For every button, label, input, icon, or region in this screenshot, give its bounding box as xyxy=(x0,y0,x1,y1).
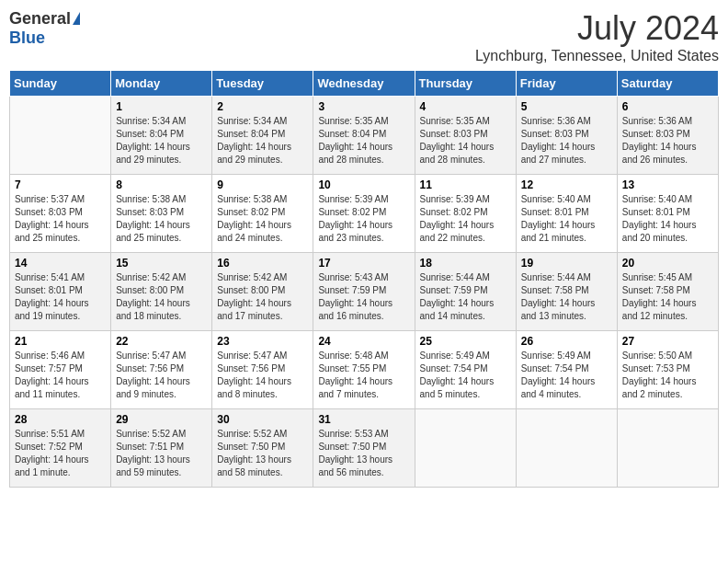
weekday-header: Sunday xyxy=(10,71,111,97)
day-number: 10 xyxy=(318,178,409,191)
day-info: Sunrise: 5:39 AM Sunset: 8:02 PM Dayligh… xyxy=(318,193,409,245)
day-number: 28 xyxy=(15,413,106,426)
day-info: Sunrise: 5:36 AM Sunset: 8:03 PM Dayligh… xyxy=(521,115,612,167)
calendar-cell: 13Sunrise: 5:40 AM Sunset: 8:01 PM Dayli… xyxy=(617,175,718,253)
calendar-week-row: 21Sunrise: 5:46 AM Sunset: 7:57 PM Dayli… xyxy=(10,331,719,409)
day-number: 1 xyxy=(116,100,207,113)
calendar-cell: 18Sunrise: 5:44 AM Sunset: 7:59 PM Dayli… xyxy=(415,253,516,331)
day-number: 20 xyxy=(622,257,713,270)
day-info: Sunrise: 5:47 AM Sunset: 7:56 PM Dayligh… xyxy=(217,350,308,401)
title-area: July 2024 Lynchburg, Tennessee, United S… xyxy=(475,9,719,64)
day-number: 26 xyxy=(521,335,612,348)
day-info: Sunrise: 5:50 AM Sunset: 7:53 PM Dayligh… xyxy=(622,350,713,401)
day-info: Sunrise: 5:42 AM Sunset: 8:00 PM Dayligh… xyxy=(217,271,308,323)
day-number: 12 xyxy=(521,178,612,191)
weekday-header: Wednesday xyxy=(313,71,415,97)
calendar-cell: 9Sunrise: 5:38 AM Sunset: 8:02 PM Daylig… xyxy=(212,175,313,253)
day-number: 3 xyxy=(318,100,409,113)
day-info: Sunrise: 5:41 AM Sunset: 8:01 PM Dayligh… xyxy=(15,271,106,323)
calendar-cell xyxy=(10,97,111,175)
day-info: Sunrise: 5:37 AM Sunset: 8:03 PM Dayligh… xyxy=(15,193,106,245)
logo-blue-text: Blue xyxy=(9,29,45,48)
weekday-header: Saturday xyxy=(617,71,718,97)
calendar-cell: 15Sunrise: 5:42 AM Sunset: 8:00 PM Dayli… xyxy=(111,253,212,331)
day-number: 15 xyxy=(116,257,207,270)
calendar-cell: 26Sunrise: 5:49 AM Sunset: 7:54 PM Dayli… xyxy=(516,331,617,409)
day-info: Sunrise: 5:34 AM Sunset: 8:04 PM Dayligh… xyxy=(217,115,308,167)
calendar-cell: 12Sunrise: 5:40 AM Sunset: 8:01 PM Dayli… xyxy=(516,175,617,253)
calendar-cell: 8Sunrise: 5:38 AM Sunset: 8:03 PM Daylig… xyxy=(111,175,212,253)
calendar-cell: 24Sunrise: 5:48 AM Sunset: 7:55 PM Dayli… xyxy=(313,331,415,409)
day-info: Sunrise: 5:38 AM Sunset: 8:03 PM Dayligh… xyxy=(116,193,207,245)
calendar-week-row: 14Sunrise: 5:41 AM Sunset: 8:01 PM Dayli… xyxy=(10,253,719,331)
calendar-cell: 10Sunrise: 5:39 AM Sunset: 8:02 PM Dayli… xyxy=(313,175,415,253)
logo-triangle-icon xyxy=(73,12,80,25)
day-info: Sunrise: 5:35 AM Sunset: 8:04 PM Dayligh… xyxy=(318,115,409,167)
calendar-cell: 20Sunrise: 5:45 AM Sunset: 7:58 PM Dayli… xyxy=(617,253,718,331)
day-info: Sunrise: 5:44 AM Sunset: 7:59 PM Dayligh… xyxy=(420,271,511,323)
day-number: 13 xyxy=(622,178,713,191)
day-number: 4 xyxy=(420,100,511,113)
calendar-cell: 17Sunrise: 5:43 AM Sunset: 7:59 PM Dayli… xyxy=(313,253,415,331)
calendar-cell: 11Sunrise: 5:39 AM Sunset: 8:02 PM Dayli… xyxy=(415,175,516,253)
calendar-cell: 5Sunrise: 5:36 AM Sunset: 8:03 PM Daylig… xyxy=(516,97,617,175)
day-number: 30 xyxy=(217,413,308,426)
day-number: 9 xyxy=(217,178,308,191)
calendar-cell: 29Sunrise: 5:52 AM Sunset: 7:51 PM Dayli… xyxy=(111,409,212,488)
calendar-cell: 31Sunrise: 5:53 AM Sunset: 7:50 PM Dayli… xyxy=(313,409,415,488)
weekday-header: Tuesday xyxy=(212,71,313,97)
day-number: 29 xyxy=(116,413,207,426)
calendar-cell: 3Sunrise: 5:35 AM Sunset: 8:04 PM Daylig… xyxy=(313,97,415,175)
day-number: 19 xyxy=(521,257,612,270)
day-info: Sunrise: 5:49 AM Sunset: 7:54 PM Dayligh… xyxy=(521,350,612,401)
calendar-cell: 7Sunrise: 5:37 AM Sunset: 8:03 PM Daylig… xyxy=(10,175,111,253)
day-number: 14 xyxy=(15,257,106,270)
calendar-cell: 23Sunrise: 5:47 AM Sunset: 7:56 PM Dayli… xyxy=(212,331,313,409)
day-info: Sunrise: 5:42 AM Sunset: 8:00 PM Dayligh… xyxy=(116,271,207,323)
day-number: 11 xyxy=(420,178,511,191)
calendar-cell xyxy=(415,409,516,488)
day-number: 18 xyxy=(420,257,511,270)
day-number: 22 xyxy=(116,335,207,348)
day-number: 6 xyxy=(622,100,713,113)
day-info: Sunrise: 5:47 AM Sunset: 7:56 PM Dayligh… xyxy=(116,350,207,401)
logo-general-text: General xyxy=(9,9,71,29)
day-info: Sunrise: 5:52 AM Sunset: 7:51 PM Dayligh… xyxy=(116,428,207,479)
day-info: Sunrise: 5:38 AM Sunset: 8:02 PM Dayligh… xyxy=(217,193,308,245)
calendar-header-row: SundayMondayTuesdayWednesdayThursdayFrid… xyxy=(10,71,719,97)
day-info: Sunrise: 5:39 AM Sunset: 8:02 PM Dayligh… xyxy=(420,193,511,245)
calendar-cell: 27Sunrise: 5:50 AM Sunset: 7:53 PM Dayli… xyxy=(617,331,718,409)
weekday-header: Thursday xyxy=(415,71,516,97)
day-number: 17 xyxy=(318,257,409,270)
calendar-cell: 16Sunrise: 5:42 AM Sunset: 8:00 PM Dayli… xyxy=(212,253,313,331)
day-number: 25 xyxy=(420,335,511,348)
day-info: Sunrise: 5:35 AM Sunset: 8:03 PM Dayligh… xyxy=(420,115,511,167)
day-info: Sunrise: 5:40 AM Sunset: 8:01 PM Dayligh… xyxy=(521,193,612,245)
day-number: 23 xyxy=(217,335,308,348)
calendar-cell: 21Sunrise: 5:46 AM Sunset: 7:57 PM Dayli… xyxy=(10,331,111,409)
day-number: 24 xyxy=(318,335,409,348)
day-info: Sunrise: 5:40 AM Sunset: 8:01 PM Dayligh… xyxy=(622,193,713,245)
calendar-week-row: 7Sunrise: 5:37 AM Sunset: 8:03 PM Daylig… xyxy=(10,175,719,253)
header: General Blue July 2024 Lynchburg, Tennes… xyxy=(9,9,719,64)
day-number: 7 xyxy=(15,178,106,191)
calendar-cell: 1Sunrise: 5:34 AM Sunset: 8:04 PM Daylig… xyxy=(111,97,212,175)
calendar-cell: 30Sunrise: 5:52 AM Sunset: 7:50 PM Dayli… xyxy=(212,409,313,488)
calendar-cell: 28Sunrise: 5:51 AM Sunset: 7:52 PM Dayli… xyxy=(10,409,111,488)
day-info: Sunrise: 5:34 AM Sunset: 8:04 PM Dayligh… xyxy=(116,115,207,167)
calendar-cell: 14Sunrise: 5:41 AM Sunset: 8:01 PM Dayli… xyxy=(10,253,111,331)
day-info: Sunrise: 5:48 AM Sunset: 7:55 PM Dayligh… xyxy=(318,350,409,401)
calendar-cell: 2Sunrise: 5:34 AM Sunset: 8:04 PM Daylig… xyxy=(212,97,313,175)
calendar-cell: 6Sunrise: 5:36 AM Sunset: 8:03 PM Daylig… xyxy=(617,97,718,175)
day-info: Sunrise: 5:44 AM Sunset: 7:58 PM Dayligh… xyxy=(521,271,612,323)
calendar-week-row: 1Sunrise: 5:34 AM Sunset: 8:04 PM Daylig… xyxy=(10,97,719,175)
logo: General Blue xyxy=(9,9,80,48)
calendar-cell: 19Sunrise: 5:44 AM Sunset: 7:58 PM Dayli… xyxy=(516,253,617,331)
day-info: Sunrise: 5:46 AM Sunset: 7:57 PM Dayligh… xyxy=(15,350,106,401)
day-info: Sunrise: 5:36 AM Sunset: 8:03 PM Dayligh… xyxy=(622,115,713,167)
day-info: Sunrise: 5:45 AM Sunset: 7:58 PM Dayligh… xyxy=(622,271,713,323)
day-info: Sunrise: 5:53 AM Sunset: 7:50 PM Dayligh… xyxy=(318,428,409,479)
calendar-cell: 4Sunrise: 5:35 AM Sunset: 8:03 PM Daylig… xyxy=(415,97,516,175)
day-number: 5 xyxy=(521,100,612,113)
calendar-cell xyxy=(516,409,617,488)
